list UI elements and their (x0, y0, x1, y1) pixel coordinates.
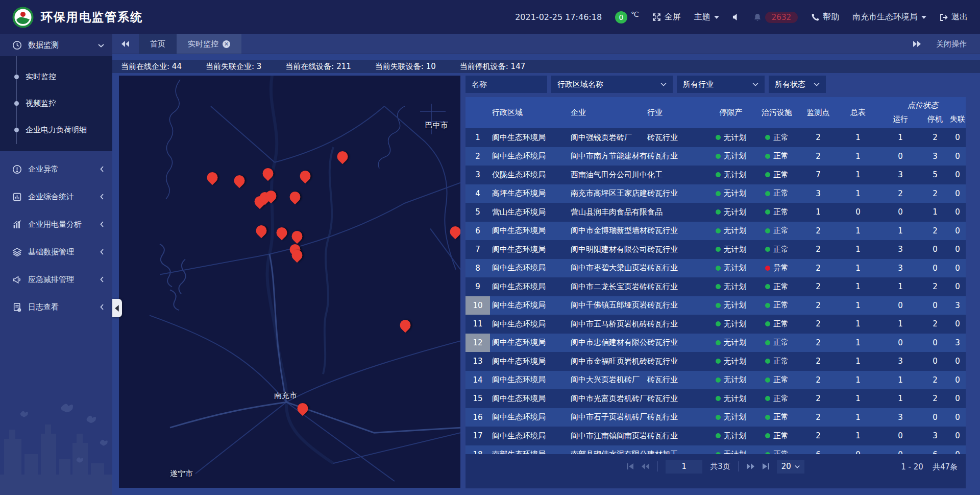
sidebar-item-enterprise-statistics[interactable]: 企业综合统计 (0, 183, 112, 210)
table-row[interactable]: 9 阆中生态环境局 阆中市二龙长宝页岩砖 砖瓦行业 无计划 正常 2 1 1 2… (465, 277, 966, 296)
temperature-unit: ℃ (631, 10, 639, 18)
table-row[interactable]: 14 阆中生态环境局 阆中大兴页岩机砖厂 砖瓦行业 无计划 正常 2 1 1 2… (465, 371, 966, 390)
sidebar-collapse-handle[interactable] (112, 299, 122, 317)
table-row[interactable]: 15 阆中生态环境局 阆中市光富页岩机砖厂 砖瓦行业 无计划 正常 2 1 1 … (465, 389, 966, 408)
cell-running: 0 (880, 334, 921, 352)
chevron-left-icon (100, 249, 104, 255)
table-row[interactable]: 8 阆中生态环境局 阆中市枣碧大梁山页岩 砖瓦行业 无计划 异常 2 1 3 0… (465, 259, 966, 278)
cell-stop-status: 无计划 (708, 427, 753, 445)
fullscreen-button[interactable]: 全屏 (652, 12, 681, 22)
close-operations-button[interactable]: 关闭操作 (936, 39, 967, 49)
cell-running: 3 (880, 259, 921, 278)
sidebar-item-power-consumption-analysis[interactable]: 企业用电量分析 (0, 210, 112, 238)
notification-count-badge[interactable]: 2632 (765, 12, 798, 23)
cell-industry: 砖瓦行业 (647, 427, 708, 445)
cell-region: 阆中生态环境局 (490, 147, 571, 166)
cell-points: 2 (800, 315, 836, 334)
cell-region-text: 南部生态环境局 (492, 450, 546, 454)
page-size-select[interactable]: 20 (777, 460, 804, 474)
sidebar-item-power-load-detail[interactable]: 企业电力负荷明细 (0, 116, 112, 143)
sidebar-item-data-monitoring[interactable]: 数据监测 (0, 34, 112, 56)
first-page-button[interactable] (627, 463, 634, 469)
table-row[interactable]: 11 阆中生态环境局 阆中市五马桥页岩机砖 砖瓦行业 无计划 正常 2 1 1 … (465, 315, 966, 334)
table-row[interactable]: 1 阆中生态环境局 阆中强锐页岩砖厂 砖瓦行业 无计划 正常 2 1 1 2 0 (465, 128, 966, 147)
name-filter-input[interactable] (465, 76, 547, 93)
tab-realtime-monitoring[interactable]: 实时监控 ✕ (177, 34, 241, 54)
tab-home[interactable]: 首页 (139, 34, 177, 54)
theme-dropdown[interactable]: 主题 (694, 12, 719, 22)
chevron-down-icon (814, 82, 820, 86)
cell-industry: 食品 (647, 203, 708, 222)
app-root: 环保用电监管系统 2021-02-25 17:46:18 0 ℃ 全屏 主题 (0, 0, 980, 495)
cell-industry: 砖瓦行业 (647, 315, 708, 334)
sidebar-item-enterprise-anomaly[interactable]: 企业异常 (0, 155, 112, 183)
table-row[interactable]: 18 南部生态环境局 南部县砌佳水泥有限公 建材加工 无计划 正常 6 0 0 … (465, 445, 966, 455)
table-row[interactable]: 12 阆中生态环境局 阆中市忠信建材有限公 砖瓦行业 无计划 正常 2 1 0 … (465, 334, 966, 352)
cell-company: 阆中市五马桥页岩机砖 (571, 315, 647, 334)
cell-company-text: 阆中市石子页岩机砖厂 (571, 412, 647, 422)
table-row[interactable]: 10 阆中生态环境局 阆中千佛镇五郎垭页岩 砖瓦行业 无计划 正常 2 1 0 … (465, 296, 966, 315)
sidebar-item-emergency-reduction[interactable]: 应急减排管理 (0, 266, 112, 293)
cell-company-text: 阆中市金博瑞新型墙材 (571, 226, 647, 235)
tabs-scroll-left-button[interactable] (112, 34, 139, 54)
cell-industry: 建材加工 (647, 445, 708, 455)
cell-company: 阆中千佛镇五郎垭页岩 (571, 296, 647, 315)
row-index: 4 (465, 184, 490, 203)
cell-offline: 3 (949, 334, 966, 352)
sidebar-item-log-view[interactable]: 日志查看 (0, 293, 112, 321)
cell-facility-status: 正常 (753, 408, 800, 427)
table-row[interactable]: 16 阆中生态环境局 阆中市石子页岩机砖厂 砖瓦行业 无计划 正常 2 1 3 … (465, 408, 966, 427)
cell-region-text: 阆中生态环境局 (492, 226, 546, 235)
prev-page-button[interactable] (642, 463, 650, 469)
table-row[interactable]: 7 阆中生态环境局 阆中明阳建材有限公司 砖瓦行业 无计划 正常 2 1 3 0… (465, 240, 966, 259)
cell-stop-status: 无计划 (708, 147, 753, 166)
logout-button[interactable]: 退出 (940, 12, 968, 22)
table-row[interactable]: 6 阆中生态环境局 阆中市金博瑞新型墙材 砖瓦行业 无计划 正常 2 1 1 2… (465, 222, 966, 241)
map-panel[interactable]: 巴中市南充市遂宁市 (119, 76, 460, 488)
user-dropdown[interactable]: 南充市生态环境局 (852, 12, 926, 22)
cell-company: 阆中市金博瑞新型墙材 (571, 222, 647, 241)
bar-chart-icon (12, 220, 22, 229)
row-index: 17 (465, 427, 490, 445)
tab-close-icon[interactable]: ✕ (223, 40, 230, 48)
col-header-point-status: 点位状态 (880, 97, 966, 110)
tabs-scroll-right-button[interactable] (913, 41, 921, 47)
table-row[interactable]: 13 阆中生态环境局 阆中市金福旺页岩机砖 砖瓦行业 无计划 正常 2 1 3 … (465, 352, 966, 371)
cell-running: 1 (880, 128, 921, 147)
map-city-label: 南充市 (274, 391, 297, 400)
cell-stop-label: 无计划 (724, 282, 747, 292)
divider (657, 461, 658, 472)
facility-status-dot (765, 378, 770, 383)
cell-region: 阆中生态环境局 (490, 315, 571, 334)
volume-button[interactable] (732, 13, 740, 21)
cell-meters: 1 (836, 334, 880, 352)
table-row[interactable]: 17 阆中生态环境局 阆中市江南镇阆南页岩 砖瓦行业 无计划 正常 2 1 0 … (465, 427, 966, 445)
help-button[interactable]: 帮助 (811, 12, 839, 22)
table-row[interactable]: 2 阆中生态环境局 阆中市南方节能建材有 砖瓦行业 无计划 正常 2 1 0 3… (465, 147, 966, 166)
cell-running: 0 (880, 445, 921, 455)
page-number-input[interactable] (666, 460, 702, 474)
sidebar-item-base-data-management[interactable]: 基础数据管理 (0, 238, 112, 266)
sidebar-item-realtime-monitoring[interactable]: 实时监控 (0, 63, 112, 90)
notifications[interactable]: 2632 (753, 12, 798, 23)
status-filter-select[interactable]: 所有状态 (769, 76, 826, 93)
cell-company-text: 阆中明阳建材有限公司 (571, 245, 647, 254)
cell-stopped: 1 (921, 203, 949, 222)
table-row[interactable]: 5 营山生态环境局 营山县润丰肉食品有限 食品 无计划 正常 1 0 0 1 0 (465, 203, 966, 222)
region-filter-select[interactable]: 行政区域名称 (551, 76, 673, 93)
cell-meters: 1 (836, 371, 880, 390)
pagination-bar: 共3页 20 (465, 454, 966, 488)
chevron-down-icon (795, 465, 800, 468)
table-row[interactable]: 3 仪陇生态环境局 西南油气田分公司川中 化工 无计划 正常 7 1 3 5 0 (465, 166, 966, 184)
cell-facility-status: 正常 (753, 203, 800, 222)
main-area: 首页 实时监控 ✕ 关闭操作 当前在线企业: 44 当前失联企业: 3 (112, 34, 980, 495)
next-page-button[interactable] (746, 463, 754, 469)
cell-stop-status: 无计划 (708, 389, 753, 408)
table-row[interactable]: 4 高坪生态环境局 南充市高坪区王家店建 砖瓦行业 无计划 正常 3 1 2 2… (465, 184, 966, 203)
row-index: 18 (465, 445, 490, 455)
last-page-button[interactable] (762, 463, 769, 469)
app-header: 环保用电监管系统 2021-02-25 17:46:18 0 ℃ 全屏 主题 (0, 0, 980, 34)
sidebar-item-video-monitoring[interactable]: 视频监控 (0, 90, 112, 116)
cell-stop-label: 无计划 (724, 338, 747, 347)
industry-filter-select[interactable]: 所有行业 (677, 76, 765, 93)
